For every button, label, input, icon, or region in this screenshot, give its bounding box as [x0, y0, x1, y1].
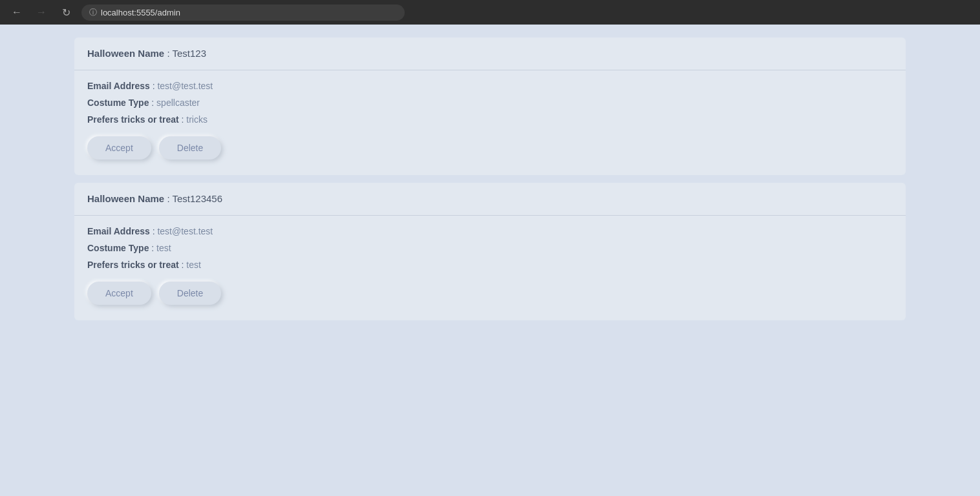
entry-card-2: Halloween Name : Test123456 Email Addres… — [74, 183, 906, 320]
entry-body-2: Email Address : test@test.test Costume T… — [74, 216, 906, 320]
page-content: Halloween Name : Test123 Email Address :… — [0, 25, 980, 341]
browser-chrome: ← → ↻ ⓘ localhost:5555/admin — [0, 0, 980, 25]
entry-header-2: Halloween Name : Test123456 — [74, 183, 906, 216]
halloween-name-label-2: Halloween Name — [87, 193, 164, 204]
email-value-1: test@test.test — [157, 81, 213, 91]
email-value-2: test@test.test — [157, 226, 213, 236]
prefers-value-1: tricks — [186, 114, 208, 125]
costume-field-1: Costume Type : spellcaster — [87, 98, 893, 108]
entry-header-1: Halloween Name : Test123 — [74, 37, 906, 70]
accept-button-1[interactable]: Accept — [87, 136, 151, 160]
reload-button[interactable]: ↻ — [57, 3, 75, 21]
costume-label-2: Costume Type — [87, 243, 149, 253]
entry-body-1: Email Address : test@test.test Costume T… — [74, 70, 906, 175]
delete-button-1[interactable]: Delete — [159, 136, 221, 160]
lock-icon: ⓘ — [89, 7, 97, 18]
costume-label-1: Costume Type — [87, 98, 149, 108]
costume-value-1: spellcaster — [156, 98, 200, 108]
back-button[interactable]: ← — [8, 3, 26, 21]
costume-field-2: Costume Type : test — [87, 243, 893, 253]
halloween-name-1: Halloween Name : Test123 — [87, 48, 206, 59]
prefers-value-2: test — [186, 260, 201, 270]
halloween-name-value-2: Test123456 — [172, 193, 222, 204]
url-text: localhost:5555/admin — [101, 8, 180, 17]
entry-actions-2: Accept Delete — [87, 282, 893, 305]
email-label-2: Email Address — [87, 226, 150, 236]
address-bar[interactable]: ⓘ localhost:5555/admin — [81, 5, 405, 21]
prefers-field-2: Prefers tricks or treat : test — [87, 260, 893, 270]
email-field-1: Email Address : test@test.test — [87, 81, 893, 91]
costume-separator-1: : — [151, 98, 156, 108]
halloween-name-2: Halloween Name : Test123456 — [87, 193, 222, 204]
email-label-1: Email Address — [87, 81, 150, 91]
email-field-2: Email Address : test@test.test — [87, 226, 893, 236]
delete-button-2[interactable]: Delete — [159, 282, 221, 305]
forward-button[interactable]: → — [32, 3, 50, 21]
halloween-name-label-1: Halloween Name — [87, 48, 164, 59]
prefers-label-2: Prefers tricks or treat — [87, 260, 179, 270]
prefers-label-1: Prefers tricks or treat — [87, 114, 179, 125]
prefers-field-1: Prefers tricks or treat : tricks — [87, 114, 893, 125]
accept-button-2[interactable]: Accept — [87, 282, 151, 305]
costume-value-2: test — [156, 243, 171, 253]
entry-actions-1: Accept Delete — [87, 136, 893, 160]
costume-separator-2: : — [151, 243, 156, 253]
halloween-name-value-1: Test123 — [172, 48, 206, 59]
entry-card-1: Halloween Name : Test123 Email Address :… — [74, 37, 906, 175]
